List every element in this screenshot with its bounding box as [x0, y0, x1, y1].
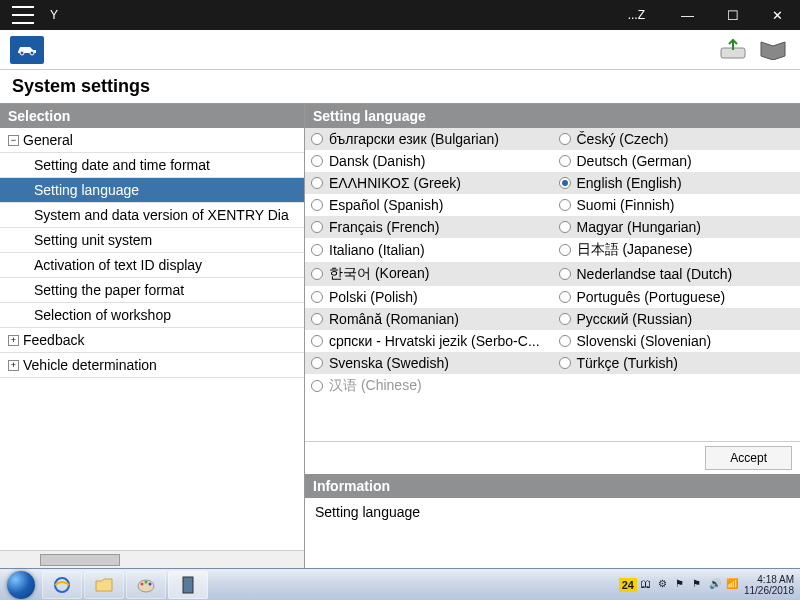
- language-option[interactable]: Română (Romanian): [305, 308, 553, 330]
- tray-icon[interactable]: ⚙: [658, 578, 672, 592]
- tray-network-icon[interactable]: 📶: [726, 578, 740, 592]
- radio-icon: [559, 199, 571, 211]
- maximize-button[interactable]: ☐: [710, 0, 755, 30]
- tree-item[interactable]: Setting language: [0, 178, 304, 203]
- tray-badge[interactable]: 24: [619, 578, 637, 592]
- language-option[interactable]: English (English): [553, 172, 801, 194]
- language-label: български език (Bulgarian): [329, 131, 499, 147]
- radio-icon: [559, 133, 571, 145]
- language-option[interactable]: български език (Bulgarian): [305, 128, 553, 150]
- language-label: Română (Romanian): [329, 311, 459, 327]
- tree-item[interactable]: Selection of workshop: [0, 303, 304, 328]
- tree-item[interactable]: Activation of text ID display: [0, 253, 304, 278]
- taskbar-app[interactable]: [168, 571, 208, 599]
- language-option[interactable]: Deutsch (German): [553, 150, 801, 172]
- minimize-button[interactable]: —: [665, 0, 710, 30]
- title-right: ...Z: [628, 8, 645, 22]
- info-header: Information: [305, 474, 800, 498]
- radio-icon: [311, 133, 323, 145]
- language-option[interactable]: ΕΛΛΗΝΙΚΟΣ (Greek): [305, 172, 553, 194]
- language-header: Setting language: [305, 104, 800, 128]
- svg-point-7: [149, 582, 152, 585]
- radio-icon: [311, 221, 323, 233]
- clock-time: 4:18 AM: [744, 574, 794, 585]
- taskbar-ie[interactable]: [42, 571, 82, 599]
- language-option[interactable]: Svenska (Swedish): [305, 352, 553, 374]
- language-option[interactable]: Français (French): [305, 216, 553, 238]
- language-label: Español (Spanish): [329, 197, 443, 213]
- tree-item[interactable]: Setting the paper format: [0, 278, 304, 303]
- collapse-icon[interactable]: −: [8, 135, 19, 146]
- vehicle-button[interactable]: [10, 36, 44, 64]
- tree-general[interactable]: − General: [0, 128, 304, 153]
- radio-icon: [559, 357, 571, 369]
- tree-item[interactable]: Setting unit system: [0, 228, 304, 253]
- tray-icon[interactable]: 🕮: [641, 578, 655, 592]
- language-label: 한국어 (Korean): [329, 265, 429, 283]
- info-text: Setting language: [305, 498, 800, 568]
- toolbar: [0, 30, 800, 70]
- language-label: Slovenski (Slovenian): [577, 333, 712, 349]
- language-option[interactable]: Português (Portuguese): [553, 286, 801, 308]
- language-option[interactable]: Nederlandse taal (Dutch): [553, 262, 801, 286]
- radio-icon: [311, 244, 323, 256]
- language-option[interactable]: Español (Spanish): [305, 194, 553, 216]
- system-tray: 24 🕮 ⚙ ⚑ ⚑ 🔊 📶 4:18 AM 11/26/2018: [619, 574, 800, 596]
- language-label: Italiano (Italian): [329, 242, 425, 258]
- language-label: Polski (Polish): [329, 289, 418, 305]
- svg-point-3: [55, 578, 69, 592]
- language-option[interactable]: Italiano (Italian): [305, 238, 553, 262]
- language-option[interactable]: 한국어 (Korean): [305, 262, 553, 286]
- language-option[interactable]: Polski (Polish): [305, 286, 553, 308]
- export-icon[interactable]: [716, 36, 750, 64]
- tray-flag-icon[interactable]: ⚑: [692, 578, 706, 592]
- language-option[interactable]: Dansk (Danish): [305, 150, 553, 172]
- expand-icon[interactable]: +: [8, 335, 19, 346]
- tree-vehicle[interactable]: + Vehicle determination: [0, 353, 304, 378]
- selection-panel: Selection − General Setting date and tim…: [0, 104, 305, 568]
- taskbar: 24 🕮 ⚙ ⚑ ⚑ 🔊 📶 4:18 AM 11/26/2018: [0, 568, 800, 600]
- tree-feedback[interactable]: + Feedback: [0, 328, 304, 353]
- language-option[interactable]: Русский (Russian): [553, 308, 801, 330]
- language-label: 日本語 (Japanese): [577, 241, 693, 259]
- radio-icon: [311, 380, 323, 392]
- language-list: български език (Bulgarian)Český (Czech)D…: [305, 128, 800, 441]
- language-option[interactable]: 汉语 (Chinese): [305, 374, 553, 398]
- language-option[interactable]: Magyar (Hungarian): [553, 216, 801, 238]
- language-option[interactable]: српски - Hrvatski jezik (Serbo-C...: [305, 330, 553, 352]
- language-label: Magyar (Hungarian): [577, 219, 702, 235]
- tray-flag-icon[interactable]: ⚑: [675, 578, 689, 592]
- accept-button[interactable]: Accept: [705, 446, 792, 470]
- svg-point-5: [141, 582, 144, 585]
- taskbar-explorer[interactable]: [84, 571, 124, 599]
- clock[interactable]: 4:18 AM 11/26/2018: [744, 574, 794, 596]
- tree-label: General: [23, 132, 73, 148]
- language-label: Nederlandse taal (Dutch): [577, 266, 733, 282]
- tree-item[interactable]: System and data version of XENTRY Dia: [0, 203, 304, 228]
- menu-icon[interactable]: [12, 6, 34, 24]
- horizontal-scrollbar[interactable]: [0, 550, 304, 568]
- tree-item[interactable]: Setting date and time format: [0, 153, 304, 178]
- clock-date: 11/26/2018: [744, 585, 794, 596]
- language-option[interactable]: 日本語 (Japanese): [553, 238, 801, 262]
- svg-point-6: [145, 580, 148, 583]
- language-option[interactable]: Český (Czech): [553, 128, 801, 150]
- selection-header: Selection: [0, 104, 304, 128]
- language-label: Český (Czech): [577, 131, 669, 147]
- radio-icon: [311, 155, 323, 167]
- language-option[interactable]: Suomi (Finnish): [553, 194, 801, 216]
- svg-point-0: [20, 51, 24, 55]
- language-option[interactable]: Slovenski (Slovenian): [553, 330, 801, 352]
- taskbar-paint[interactable]: [126, 571, 166, 599]
- language-option[interactable]: Türkçe (Turkish): [553, 352, 801, 374]
- expand-icon[interactable]: +: [8, 360, 19, 371]
- title-left: Y: [50, 8, 58, 22]
- close-button[interactable]: ✕: [755, 0, 800, 30]
- start-button[interactable]: [2, 569, 40, 601]
- language-label: Deutsch (German): [577, 153, 692, 169]
- language-label: English (English): [577, 175, 682, 191]
- language-label: Suomi (Finnish): [577, 197, 675, 213]
- book-icon[interactable]: [756, 36, 790, 64]
- radio-icon: [311, 268, 323, 280]
- tray-volume-icon[interactable]: 🔊: [709, 578, 723, 592]
